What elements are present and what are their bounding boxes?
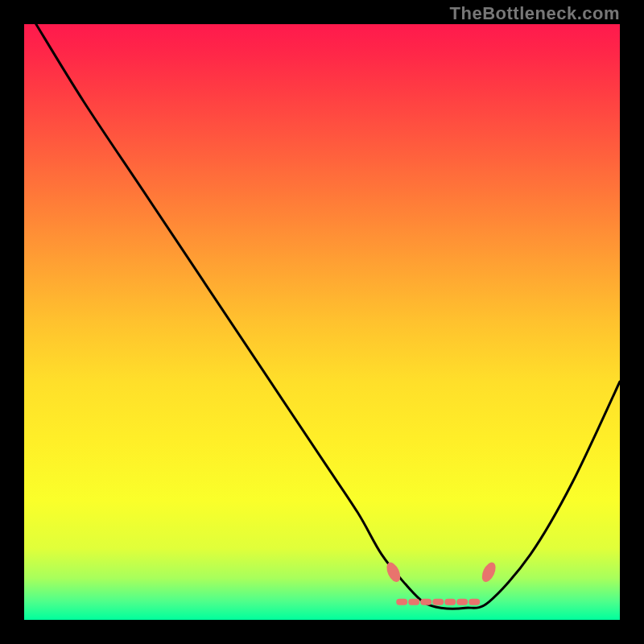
plot-area [24,24,620,620]
bottleneck-curve [36,24,620,609]
watermark-text: TheBottleneck.com [450,3,620,24]
right-cap-marker [479,560,498,584]
chart-canvas: TheBottleneck.com [0,0,644,644]
left-cap-marker [384,560,403,584]
curve-svg [24,24,620,620]
